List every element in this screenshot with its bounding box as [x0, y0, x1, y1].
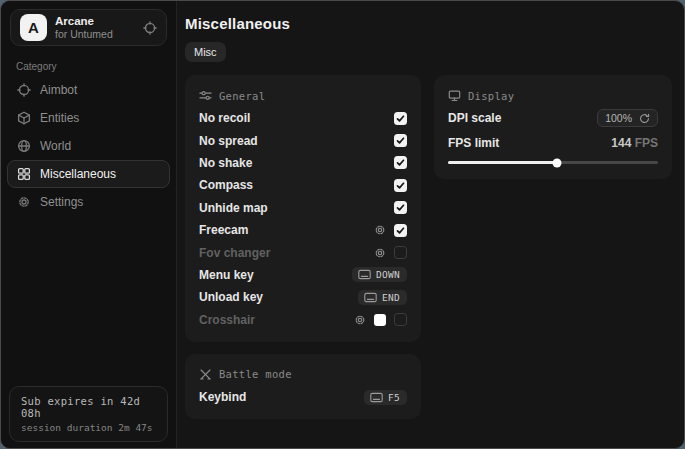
row-label: DPI scale — [448, 111, 501, 125]
row-freecam: Freecam — [199, 219, 407, 241]
menu-key-keybind-button[interactable]: DOWN — [352, 267, 407, 282]
page-title: Miscellaneous — [185, 15, 672, 32]
row-label: Freecam — [199, 223, 248, 237]
freecam-checkbox[interactable] — [394, 224, 407, 237]
slider-track[interactable] — [448, 161, 658, 164]
keybind-value: F5 — [388, 392, 400, 403]
globe-icon — [17, 139, 31, 153]
box-icon — [17, 111, 31, 125]
row-label: Menu key — [199, 268, 254, 282]
subscription-status-card: Sub expires in 42d 08h session duration … — [9, 386, 168, 442]
compass-checkbox[interactable] — [394, 179, 407, 192]
panel-header-label: General — [219, 90, 265, 102]
row-unhide-map: Unhide map — [199, 197, 407, 219]
row-compass: Compass — [199, 174, 407, 196]
general-panel: General No recoil No spread No shake — [185, 75, 421, 342]
sidebar-item-label: Settings — [40, 195, 83, 209]
crosshair-color-swatch[interactable] — [374, 314, 386, 326]
row-crosshair: Crosshair — [199, 309, 407, 331]
logo-card: A Arcane for Untumed — [10, 9, 167, 46]
panel-header-label: Display — [468, 90, 514, 102]
battle-mode-panel: Battle mode Keybind F5 — [185, 354, 421, 419]
sidebar-item-label: World — [40, 139, 71, 153]
crosshair-checkbox[interactable] — [394, 313, 407, 326]
row-label: Unload key — [199, 290, 263, 304]
gear-icon — [17, 195, 31, 209]
sidebar-item-entities[interactable]: Entities — [7, 104, 170, 132]
keyboard-icon — [364, 292, 377, 303]
no-spread-checkbox[interactable] — [394, 134, 407, 147]
scope-icon[interactable] — [143, 21, 157, 35]
row-dpi-scale: DPI scale 100% — [448, 107, 658, 129]
app-window: A Arcane for Untumed Category Aimbot — [0, 0, 685, 449]
row-label: No shake — [199, 156, 252, 170]
tab-misc[interactable]: Misc — [185, 42, 226, 62]
keyboard-icon — [358, 269, 371, 280]
monitor-icon — [448, 89, 461, 102]
general-panel-header: General — [199, 85, 407, 107]
slider-fill — [448, 161, 557, 164]
battle-keybind-button[interactable]: F5 — [364, 390, 407, 405]
fov-changer-checkbox[interactable] — [394, 246, 407, 259]
sidebar-item-settings[interactable]: Settings — [7, 188, 170, 216]
slider-thumb[interactable] — [553, 158, 562, 167]
row-label: Fov changer — [199, 246, 270, 260]
freecam-settings-gear-icon[interactable] — [374, 224, 386, 236]
row-no-shake: No shake — [199, 152, 407, 174]
display-panel: Display DPI scale 100% — [434, 75, 672, 179]
row-label: FPS limit — [448, 136, 499, 150]
display-panel-header: Display — [448, 85, 658, 107]
row-fov-changer: Fov changer — [199, 241, 407, 263]
sub-expiry-text: Sub expires in 42d 08h — [21, 395, 156, 419]
keybind-value: END — [382, 292, 400, 303]
row-fps-limit: FPS limit 144 FPS — [448, 131, 658, 153]
panel-header-label: Battle mode — [219, 368, 292, 380]
dpi-scale-value: 100% — [605, 112, 632, 124]
row-no-recoil: No recoil — [199, 107, 407, 129]
logo-text: Arcane for Untumed — [55, 15, 135, 40]
row-label: Unhide map — [199, 201, 268, 215]
fps-limit-value: 144 FPS — [611, 136, 658, 150]
row-label: Compass — [199, 178, 253, 192]
reset-icon[interactable] — [639, 113, 650, 124]
row-unload-key: Unload key END — [199, 286, 407, 308]
row-label: Keybind — [199, 390, 246, 404]
fov-changer-settings-gear-icon[interactable] — [374, 247, 386, 259]
category-nav: Aimbot Entities World — [1, 76, 176, 216]
fps-limit-slider[interactable] — [448, 158, 658, 168]
row-battle-keybind: Keybind F5 — [199, 386, 407, 408]
crosshair-settings-gear-icon[interactable] — [354, 314, 366, 326]
row-label: No spread — [199, 134, 258, 148]
sidebar-item-label: Miscellaneous — [40, 167, 116, 181]
no-recoil-checkbox[interactable] — [394, 112, 407, 125]
keybind-value: DOWN — [376, 269, 400, 280]
category-label: Category — [16, 61, 176, 72]
sidebar-item-miscellaneous[interactable]: Miscellaneous — [7, 160, 170, 188]
app-title: Arcane — [55, 15, 135, 28]
logo-initial: A — [28, 19, 39, 36]
main-content: Miscellaneous Misc General No rec — [177, 1, 685, 448]
app-logo: A — [20, 14, 47, 41]
grid-icon — [17, 167, 31, 181]
sidebar-item-world[interactable]: World — [7, 132, 170, 160]
sidebar: A Arcane for Untumed Category Aimbot — [1, 1, 177, 448]
unload-key-keybind-button[interactable]: END — [358, 290, 407, 305]
crossed-swords-icon — [199, 368, 212, 381]
sidebar-item-aimbot[interactable]: Aimbot — [7, 76, 170, 104]
unhide-map-checkbox[interactable] — [394, 201, 407, 214]
session-duration-text: session duration 2m 47s — [21, 422, 156, 433]
crosshair-icon — [17, 83, 31, 97]
keyboard-icon — [370, 392, 383, 403]
row-label: No recoil — [199, 111, 250, 125]
dpi-scale-value-button[interactable]: 100% — [597, 109, 658, 127]
sliders-icon — [199, 89, 212, 102]
battle-mode-panel-header: Battle mode — [199, 364, 407, 386]
sidebar-item-label: Entities — [40, 111, 79, 125]
row-no-spread: No spread — [199, 129, 407, 151]
no-shake-checkbox[interactable] — [394, 156, 407, 169]
sidebar-item-label: Aimbot — [40, 83, 77, 97]
row-menu-key: Menu key DOWN — [199, 264, 407, 286]
row-label: Crosshair — [199, 313, 255, 327]
app-subtitle: for Untumed — [55, 28, 135, 40]
